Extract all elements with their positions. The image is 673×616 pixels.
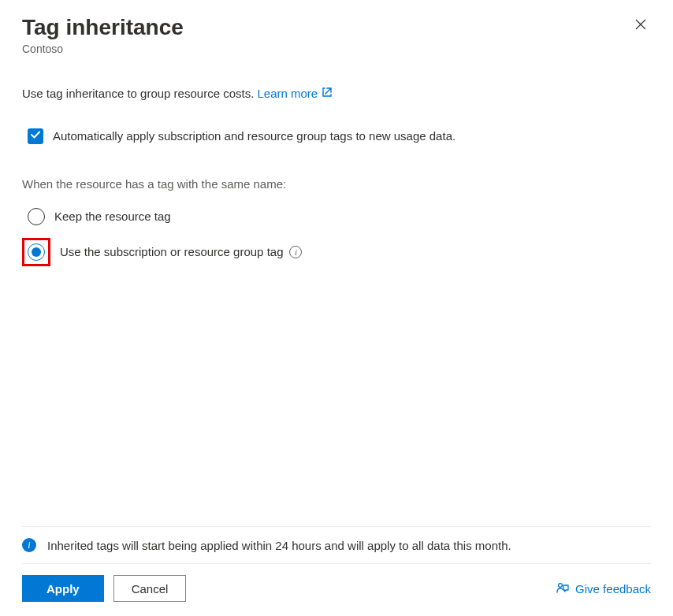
intro-text: Use tag inheritance to group resource co… (22, 87, 254, 100)
radio-option-use-subscription[interactable]: Use the subscription or resource group t… (22, 232, 651, 273)
info-banner: i Inherited tags will start being applie… (22, 526, 651, 563)
feedback-label: Give feedback (575, 582, 651, 596)
intro-text-row: Use tag inheritance to group resource co… (22, 87, 651, 100)
auto-apply-checkbox-row[interactable]: Automatically apply subscription and res… (22, 128, 651, 144)
highlight-annotation (22, 238, 50, 266)
radio-label: Keep the resource tag (54, 210, 171, 223)
auto-apply-checkbox[interactable] (28, 128, 43, 144)
auto-apply-label: Automatically apply subscription and res… (53, 129, 455, 143)
info-message: Inherited tags will start being applied … (47, 539, 511, 552)
learn-more-link[interactable]: Learn more (258, 87, 333, 100)
svg-point-0 (559, 584, 563, 588)
close-button[interactable] (630, 14, 651, 37)
cancel-button[interactable]: Cancel (113, 575, 187, 602)
panel-content: Use tag inheritance to group resource co… (22, 55, 651, 526)
info-badge-icon: i (22, 538, 36, 552)
learn-more-label: Learn more (258, 87, 318, 100)
radio-option-keep-resource[interactable]: Keep the resource tag (28, 202, 651, 232)
external-link-icon (322, 87, 333, 100)
checkmark-icon (30, 129, 41, 143)
apply-button[interactable]: Apply (22, 575, 104, 602)
radio-button[interactable] (28, 243, 45, 261)
close-icon (635, 19, 646, 32)
radio-section-label: When the resource has a tag with the sam… (22, 177, 651, 191)
panel-header: Tag inheritance Contoso (22, 14, 651, 55)
page-subtitle: Contoso (22, 43, 184, 55)
feedback-icon (556, 581, 570, 596)
tag-conflict-radio-group: Keep the resource tag Use the subscripti… (22, 202, 651, 273)
radio-label: Use the subscription or resource group t… (60, 245, 302, 258)
panel-footer: Apply Cancel Give feedback (22, 563, 651, 616)
page-title: Tag inheritance (22, 14, 184, 41)
radio-button[interactable] (28, 208, 45, 225)
info-icon[interactable]: i (289, 246, 302, 258)
give-feedback-link[interactable]: Give feedback (556, 581, 651, 596)
